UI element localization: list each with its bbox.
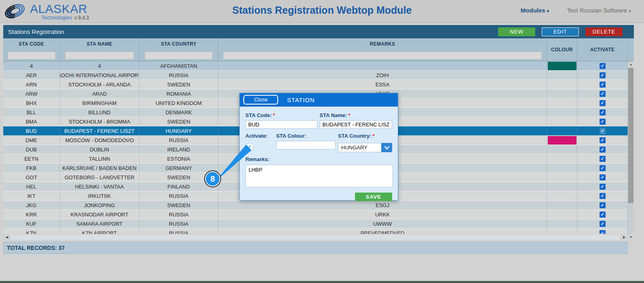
cell-sta-code: EETN [3,154,60,164]
new-button[interactable]: NEW [498,27,535,36]
column-header-sta-code[interactable]: STA CODE [3,38,59,50]
cell-sta-code: BUD [3,126,60,136]
table-row[interactable]: JKGJONKOPINGSWEDENESGJ✓ [3,201,628,210]
cell-activate: ✓ [577,210,628,219]
column-header-sta-name[interactable]: STA NAME [60,38,139,50]
cell-colour [547,219,577,228]
table-row[interactable]: KRRKRASNODAR AIRPORTRUSSIAURKK✓ [3,210,628,219]
cell-sta-name: SAMARA AIRPORT [60,219,139,228]
scroll-left-arrow-icon[interactable]: ◀ [4,235,10,240]
table-row[interactable]: KZNKZN AIRPORTRUSSIAPREVEDMEDVED✓ [3,228,628,234]
cell-sta-code: GOT [3,173,60,182]
cell-colour [547,89,577,99]
sta-code-field[interactable] [245,120,317,129]
dropdown-chevron-icon[interactable] [381,143,392,152]
required-marker: * [348,112,350,118]
row-activate-checkbox[interactable]: ✓ [600,63,606,69]
filter-sta-country-input[interactable] [145,52,213,59]
row-activate-checkbox[interactable]: ✓ [600,174,606,180]
cell-activate: ✓ [577,145,628,154]
sta-name-label: STA Name:* [320,112,392,118]
cell-sta-country: RUSSIA [139,219,218,228]
row-activate-checkbox[interactable]: ✓ [600,230,606,234]
cell-sta-code: ARN [3,80,60,89]
cell-sta-name: GOTEBORG - LANDVETTER [60,173,139,182]
cell-sta-code: JKG [3,201,60,210]
column-header-sta-country[interactable]: STA COUNTRY [139,38,218,50]
sta-name-field[interactable] [320,120,392,129]
cell-sta-country: ROMANIA [139,89,218,99]
sta-country-select[interactable]: HUNGARY [338,143,392,152]
vertical-scrollbar[interactable]: ▲ ▼ [628,61,634,240]
cell-activate: ✓ [577,117,628,126]
table-row[interactable]: ARNSTOCKHOLM - ARLANDASWEDENESSA✓ [3,80,628,89]
cell-remarks: ESSA [218,80,547,89]
cell-sta-code: KRR [3,210,60,219]
scroll-up-arrow-icon[interactable]: ▲ [628,61,634,67]
sta-country-selected-value: HUNGARY [338,143,381,152]
colour-swatch [548,136,576,145]
table-row[interactable]: 44AFGHANISTAN✓ [3,61,628,71]
cell-activate: ✓ [577,80,628,89]
row-activate-checkbox[interactable]: ✓ [600,100,606,106]
colour-swatch [548,62,576,70]
toolbar-buttons: NEW EDIT DELETE [498,27,623,36]
edit-button[interactable]: EDIT [542,27,579,36]
scroll-right-arrow-icon[interactable]: ▶ [621,235,627,240]
delete-button[interactable]: DELETE [585,27,623,36]
scroll-down-arrow-icon[interactable]: ▼ [628,234,634,240]
close-button[interactable]: Close [243,95,278,105]
row-activate-checkbox[interactable]: ✓ [600,137,606,143]
table-row[interactable]: AERSOCHI INTERNATIONAL AIRPORTRUSSIAZOIH… [3,71,628,80]
save-button[interactable]: SAVE [355,193,392,201]
cell-sta-country: SWEDEN [139,80,218,89]
row-activate-checkbox[interactable]: ✓ [600,184,606,190]
filter-sta-name-input[interactable] [65,52,134,59]
row-activate-checkbox[interactable]: ✓ [600,212,606,218]
horizontal-scrollbar[interactable]: ◀ ▶ [3,235,628,240]
row-activate-checkbox[interactable]: ✓ [600,193,606,199]
cell-colour [547,154,577,164]
column-header-colour[interactable]: COLOUR [547,47,577,52]
cell-colour [547,61,577,71]
row-activate-checkbox[interactable]: ✓ [600,221,606,227]
cell-colour [547,108,577,117]
remarks-field[interactable]: LHBP [245,165,393,187]
nav-user-menu[interactable]: Test Russian Software▾ [567,7,631,14]
row-activate-checkbox[interactable]: ✓ [600,156,606,162]
column-header-activate[interactable]: ACTIVATE [577,47,627,52]
column-header-remarks[interactable]: REMARKS [218,38,547,50]
cell-sta-country: HUNGARY [139,126,218,136]
vertical-scrollbar-thumb[interactable] [628,68,633,203]
row-activate-checkbox[interactable]: ✓ [600,165,606,171]
cell-colour [547,145,577,154]
cell-colour [547,173,577,182]
cell-sta-name: STOCKHOLM - BROMMA [60,117,139,126]
required-marker: * [372,133,374,139]
row-activate-checkbox[interactable]: ✓ [600,72,606,78]
cell-sta-code: DME [3,136,60,145]
activate-checkbox[interactable]: ✓ [245,143,253,151]
cell-sta-code: ARW [3,89,60,99]
filter-sta-code-input[interactable] [8,52,55,59]
cell-colour [547,71,577,80]
row-activate-checkbox[interactable]: ✓ [600,109,606,115]
row-activate-checkbox[interactable]: ✓ [600,82,606,88]
filter-remarks-input[interactable] [223,52,542,59]
row-activate-checkbox[interactable]: ✓ [600,202,606,208]
cell-sta-code: BHX [3,99,60,108]
row-activate-checkbox[interactable]: ✓ [600,91,606,97]
cell-activate: ✓ [577,154,628,164]
row-activate-checkbox[interactable]: ✓ [600,128,606,134]
sta-colour-field[interactable] [276,141,336,149]
row-activate-checkbox[interactable]: ✓ [600,119,606,125]
row-activate-checkbox[interactable]: ✓ [600,147,606,153]
required-marker: * [273,112,275,118]
station-dialog-title: STATION [287,96,315,103]
horizontal-scrollbar-thumb[interactable] [11,235,620,240]
cell-sta-country: DENMARK [139,108,218,117]
table-row[interactable]: KUFSAMARA AIRPORTRUSSIAUWWW✓ [3,219,628,228]
nav-modules[interactable]: Modules▾ [521,7,549,14]
cell-sta-name: BUDAPEST - FERENC LISZT [60,126,139,136]
cell-sta-country: RUSSIA [139,210,218,219]
